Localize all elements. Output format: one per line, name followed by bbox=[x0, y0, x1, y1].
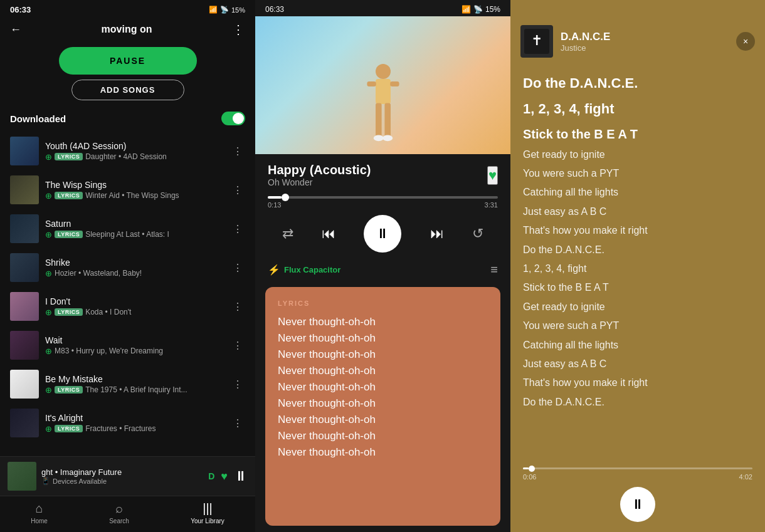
track-meta-wisp: ⊕ LYRICS Winter Aid • The Wisp Sings bbox=[45, 191, 230, 201]
library-panel: 06:33 📶 📡 15% ← moving on ⋮ PAUSE ADD SO… bbox=[0, 0, 255, 532]
time-library: 06:33 bbox=[10, 5, 31, 14]
track-info-saturn: Saturn ⊕ LYRICS Sleeping At Last • Atlas… bbox=[45, 219, 230, 239]
track-meta-shrike: ⊕ Hozier • Wasteland, Baby! bbox=[45, 269, 230, 278]
lyrics-card: LYRICS Never thought-oh-oh Never thought… bbox=[265, 287, 500, 526]
download-icon-youth: ⊕ bbox=[45, 152, 52, 162]
track-info-idont: I Don't ⊕ LYRICS Koda • I Don't bbox=[45, 296, 230, 317]
play-pause-button[interactable]: ⏸ bbox=[364, 215, 401, 253]
back-button[interactable]: ← bbox=[10, 23, 21, 36]
lyrics-line-2: Never thought-oh-oh bbox=[278, 332, 488, 345]
track-info-alright: It's Alright ⊕ LYRICS Fractures • Fractu… bbox=[45, 413, 230, 434]
progress-section: 0:13 3:31 bbox=[255, 191, 510, 209]
track-name-alright: It's Alright bbox=[45, 413, 230, 423]
bottom-nav: ⌂ Home ⌕ Search ||| Your Library bbox=[0, 496, 255, 532]
now-playing-actions: D ♥ ⏸ bbox=[208, 468, 248, 484]
lyrics-album-thumb: ✝ bbox=[520, 25, 553, 58]
lyrics-progress-bar[interactable] bbox=[523, 467, 752, 469]
lyric-line-dance: Do the D.A.N.C.E. bbox=[523, 74, 752, 93]
lyrics-song-artist: Justice bbox=[561, 43, 729, 53]
track-dots-idont[interactable]: ⋮ bbox=[230, 298, 245, 315]
nav-home[interactable]: ⌂ Home bbox=[31, 501, 48, 524]
lyrics-line-1: Never thought-oh-oh bbox=[278, 316, 488, 328]
svg-rect-2 bbox=[376, 103, 382, 138]
now-playing-title: ght • Imaginary Future bbox=[41, 467, 203, 477]
track-title-section: Happy (Acoustic) Oh Wonder ♥ bbox=[255, 154, 510, 191]
lyrics-line-3: Never thought-oh-oh bbox=[278, 348, 488, 361]
track-dots-mistake[interactable]: ⋮ bbox=[230, 376, 245, 393]
lyrics-line-4: Never thought-oh-oh bbox=[278, 365, 488, 377]
track-dots-saturn[interactable]: ⋮ bbox=[230, 221, 245, 237]
more-button[interactable]: ⋮ bbox=[232, 22, 245, 37]
pause-icon-mini[interactable]: ⏸ bbox=[234, 468, 248, 484]
status-icons-library: 📶 📡 15% bbox=[209, 6, 245, 14]
track-item[interactable]: It's Alright ⊕ LYRICS Fractures • Fractu… bbox=[0, 404, 255, 442]
player-status-icons: 📶 📡 15% bbox=[462, 5, 500, 14]
lyrics-close-button[interactable]: × bbox=[736, 32, 755, 51]
svg-point-5 bbox=[382, 135, 393, 142]
lyrics-badge-wisp: LYRICS bbox=[55, 192, 83, 199]
status-bar-library: 06:33 📶 📡 15% bbox=[0, 0, 255, 17]
lyric-line-right: That's how you make it right bbox=[523, 224, 752, 237]
pause-button[interactable]: PAUSE bbox=[59, 47, 197, 75]
track-item[interactable]: I Don't ⊕ LYRICS Koda • I Don't ⋮ bbox=[0, 287, 255, 326]
heart-icon[interactable]: ♥ bbox=[221, 470, 228, 483]
track-dots-youth[interactable]: ⋮ bbox=[230, 143, 245, 160]
track-item[interactable]: Saturn ⊕ LYRICS Sleeping At Last • Atlas… bbox=[0, 209, 255, 248]
progress-dot bbox=[282, 194, 289, 201]
add-songs-button[interactable]: ADD SONGS bbox=[71, 80, 184, 100]
lyrics-time-total: 4:02 bbox=[739, 473, 752, 481]
lyrics-panel: ✝ D.A.N.C.E Justice × Do the D.A.N.C.E. … bbox=[510, 0, 765, 532]
lyrics-song-title: D.A.N.C.E bbox=[561, 31, 729, 43]
devices-icon: 📱 bbox=[41, 477, 50, 485]
track-meta-wait: ⊕ M83 • Hurry up, We're Dreaming bbox=[45, 347, 230, 356]
lyrics-badge-alright: LYRICS bbox=[55, 425, 83, 432]
now-playing-info: ght • Imaginary Future 📱 Devices Availab… bbox=[41, 467, 203, 485]
lyrics-badge-youth: LYRICS bbox=[55, 153, 83, 160]
queue-icon[interactable]: ≡ bbox=[490, 263, 498, 277]
svg-rect-0 bbox=[376, 79, 391, 104]
track-dots-wait[interactable]: ⋮ bbox=[230, 337, 245, 354]
status-bar-player: 06:33 📶 📡 15% bbox=[255, 0, 510, 16]
lyrics-card-label: LYRICS bbox=[278, 300, 488, 307]
downloaded-toggle[interactable] bbox=[221, 112, 245, 125]
now-playing-bar[interactable]: ght • Imaginary Future 📱 Devices Availab… bbox=[0, 456, 255, 496]
track-dots-wisp[interactable]: ⋮ bbox=[230, 182, 245, 199]
track-item[interactable]: Youth (4AD Session) ⊕ LYRICS Daughter • … bbox=[0, 132, 255, 170]
previous-button[interactable]: ⏮ bbox=[322, 226, 335, 242]
progress-bar[interactable] bbox=[268, 196, 498, 199]
flux-row: ⚡ Flux Capacitor ≡ bbox=[255, 259, 510, 281]
download-icon-idont: ⊕ bbox=[45, 308, 52, 317]
player-battery: 15% bbox=[485, 5, 500, 14]
home-icon: ⌂ bbox=[35, 501, 43, 516]
track-item[interactable]: Be My Mistake ⊕ LYRICS The 1975 • A Brie… bbox=[0, 365, 255, 404]
track-item[interactable]: The Wisp Sings ⊕ LYRICS Winter Aid • The… bbox=[0, 170, 255, 209]
lyrics-song-info: D.A.N.C.E Justice bbox=[561, 31, 729, 53]
lyric-line-dance2: Do the D.A.N.C.E. bbox=[523, 243, 752, 257]
lyrics-player-bar: 0:06 4:02 ⏸ bbox=[510, 461, 765, 532]
nav-search[interactable]: ⌕ Search bbox=[109, 501, 129, 524]
track-dots-shrike[interactable]: ⋮ bbox=[230, 259, 245, 276]
favorite-button[interactable]: ♥ bbox=[487, 166, 498, 185]
track-dots-alright[interactable]: ⋮ bbox=[230, 415, 245, 432]
library-header: ← moving on ⋮ bbox=[0, 17, 255, 42]
next-button[interactable]: ⏭ bbox=[430, 226, 444, 242]
lyrics-play-button[interactable]: ⏸ bbox=[620, 487, 655, 522]
lyrics-badge-mistake: LYRICS bbox=[55, 386, 83, 394]
shuffle-button[interactable]: ⇄ bbox=[282, 226, 293, 242]
track-name-idont: I Don't bbox=[45, 296, 230, 306]
svg-rect-6 bbox=[367, 81, 376, 86]
track-item[interactable]: Wait ⊕ M83 • Hurry up, We're Dreaming ⋮ bbox=[0, 326, 255, 365]
lyric-line-beat: Stick to the B E A T bbox=[523, 125, 752, 143]
track-info-wait: Wait ⊕ M83 • Hurry up, We're Dreaming bbox=[45, 335, 230, 356]
lyrics-badge-saturn: LYRICS bbox=[55, 231, 83, 238]
nav-library[interactable]: ||| Your Library bbox=[191, 501, 224, 524]
lyric-line-abc2: Just easy as A B C bbox=[523, 357, 752, 371]
svg-point-4 bbox=[373, 135, 383, 142]
repeat-button[interactable]: ↺ bbox=[472, 226, 483, 242]
track-artist-shrike: Hozier • Wasteland, Baby! bbox=[55, 269, 142, 278]
album-art bbox=[255, 16, 510, 154]
track-item[interactable]: Shrike ⊕ Hozier • Wasteland, Baby! ⋮ bbox=[0, 248, 255, 287]
lyric-line-beat2: Stick to the B E A T bbox=[523, 281, 752, 295]
lyric-line-dance3: Do the D.A.N.C.E. bbox=[523, 395, 752, 409]
track-art-idont bbox=[10, 292, 39, 321]
